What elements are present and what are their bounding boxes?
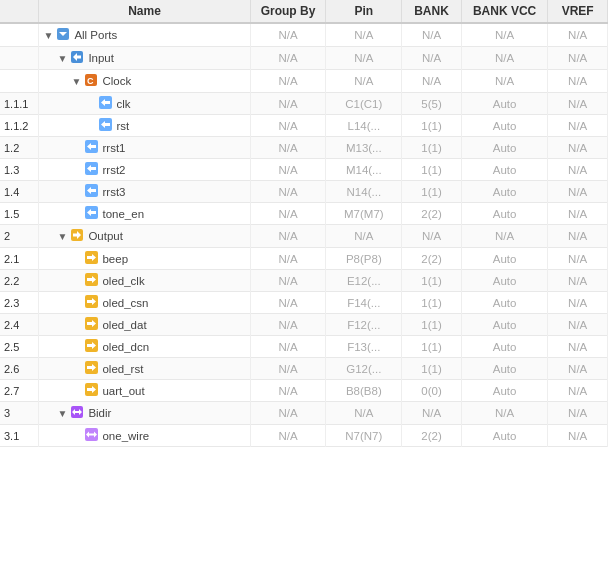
- col-header-name[interactable]: Name: [39, 0, 250, 23]
- row-name[interactable]: rrst2: [39, 159, 250, 181]
- table-row[interactable]: 1.1.1clkN/AC1(C1)5(5)AutoN/A: [0, 93, 608, 115]
- table-row[interactable]: 2.2oled_clkN/AE12(...1(1)AutoN/A: [0, 270, 608, 292]
- col-header-bankvcc[interactable]: BANK VCC: [461, 0, 548, 23]
- row-number: 1.1.1: [0, 93, 39, 115]
- row-name[interactable]: ▼ All Ports: [39, 23, 250, 47]
- port-out-icon: [85, 317, 98, 332]
- expand-collapse-icon[interactable]: ▼: [57, 408, 67, 419]
- row-label: rrst3: [102, 186, 125, 198]
- row-name[interactable]: one_wire: [39, 425, 250, 447]
- table-row[interactable]: ▼ InputN/AN/AN/AN/AN/A: [0, 47, 608, 70]
- row-number: [0, 47, 39, 70]
- row-vref: N/A: [548, 402, 608, 425]
- row-bankvcc: Auto: [461, 137, 548, 159]
- table-row[interactable]: 2▼ OutputN/AN/AN/AN/AN/A: [0, 225, 608, 248]
- row-bankvcc: N/A: [461, 225, 548, 248]
- table-row[interactable]: 2.5oled_dcnN/AF13(...1(1)AutoN/A: [0, 336, 608, 358]
- row-groupby: N/A: [250, 115, 326, 137]
- row-pin: F14(...: [326, 292, 402, 314]
- table-row[interactable]: 2.4oled_datN/AF12(...1(1)AutoN/A: [0, 314, 608, 336]
- table-row[interactable]: 1.4rrst3N/AN14(...1(1)AutoN/A: [0, 181, 608, 203]
- row-name[interactable]: rrst3: [39, 181, 250, 203]
- row-bank: 2(2): [402, 248, 462, 270]
- row-vref: N/A: [548, 203, 608, 225]
- table-row[interactable]: 2.1beepN/AP8(P8)2(2)AutoN/A: [0, 248, 608, 270]
- row-name[interactable]: ▼ Bidir: [39, 402, 250, 425]
- row-groupby: N/A: [250, 47, 326, 70]
- row-bankvcc: Auto: [461, 336, 548, 358]
- table-row[interactable]: 1.5tone_enN/AM7(M7)2(2)AutoN/A: [0, 203, 608, 225]
- row-name[interactable]: beep: [39, 248, 250, 270]
- row-name[interactable]: oled_clk: [39, 270, 250, 292]
- row-bankvcc: Auto: [461, 380, 548, 402]
- expand-collapse-icon[interactable]: ▼: [71, 76, 81, 87]
- row-label: oled_clk: [102, 275, 144, 287]
- allports-icon: [56, 27, 70, 43]
- row-label: rrst2: [102, 164, 125, 176]
- clock-icon: C: [84, 73, 98, 89]
- col-header-pin[interactable]: Pin: [326, 0, 402, 23]
- row-label: oled_csn: [102, 297, 148, 309]
- row-name[interactable]: ▼ Input: [39, 47, 250, 70]
- row-pin: N7(N7): [326, 425, 402, 447]
- table-row[interactable]: ▼ All PortsN/AN/AN/AN/AN/A: [0, 23, 608, 47]
- row-groupby: N/A: [250, 159, 326, 181]
- row-name[interactable]: tone_en: [39, 203, 250, 225]
- row-label: beep: [102, 253, 128, 265]
- table-row[interactable]: 3▼ BidirN/AN/AN/AN/AN/A: [0, 402, 608, 425]
- row-name[interactable]: uart_out: [39, 380, 250, 402]
- table-row[interactable]: 2.7uart_outN/AB8(B8)0(0)AutoN/A: [0, 380, 608, 402]
- row-name[interactable]: rrst1: [39, 137, 250, 159]
- row-name[interactable]: ▼ Output: [39, 225, 250, 248]
- table-row[interactable]: 1.3rrst2N/AM14(...1(1)AutoN/A: [0, 159, 608, 181]
- col-header-vref[interactable]: VREF: [548, 0, 608, 23]
- output-icon: [70, 228, 84, 244]
- row-label: tone_en: [102, 208, 144, 220]
- row-name[interactable]: oled_dcn: [39, 336, 250, 358]
- row-pin: M7(M7): [326, 203, 402, 225]
- port-in-icon: [99, 96, 112, 111]
- table-row[interactable]: 2.6oled_rstN/AG12(...1(1)AutoN/A: [0, 358, 608, 380]
- row-bank: 1(1): [402, 137, 462, 159]
- expand-collapse-icon[interactable]: ▼: [57, 53, 67, 64]
- row-name[interactable]: clk: [39, 93, 250, 115]
- row-name[interactable]: oled_dat: [39, 314, 250, 336]
- row-groupby: N/A: [250, 380, 326, 402]
- row-bank: 1(1): [402, 314, 462, 336]
- col-header-groupby[interactable]: Group By: [250, 0, 326, 23]
- port-in-icon: [85, 184, 98, 199]
- row-vref: N/A: [548, 159, 608, 181]
- table-row[interactable]: 1.1.2rstN/AL14(...1(1)AutoN/A: [0, 115, 608, 137]
- row-bankvcc: N/A: [461, 70, 548, 93]
- row-groupby: N/A: [250, 93, 326, 115]
- row-groupby: N/A: [250, 70, 326, 93]
- expand-collapse-icon[interactable]: ▼: [57, 231, 67, 242]
- table-row[interactable]: 3.1one_wireN/AN7(N7)2(2)AutoN/A: [0, 425, 608, 447]
- table-row[interactable]: ▼ CClockN/AN/AN/AN/AN/A: [0, 70, 608, 93]
- row-number: 1.1.2: [0, 115, 39, 137]
- row-vref: N/A: [548, 358, 608, 380]
- table-row[interactable]: 2.3oled_csnN/AF14(...1(1)AutoN/A: [0, 292, 608, 314]
- row-label: oled_dcn: [102, 341, 149, 353]
- row-groupby: N/A: [250, 292, 326, 314]
- row-label: uart_out: [102, 385, 144, 397]
- row-name[interactable]: rst: [39, 115, 250, 137]
- row-groupby: N/A: [250, 203, 326, 225]
- row-name[interactable]: oled_rst: [39, 358, 250, 380]
- row-pin: N/A: [326, 402, 402, 425]
- port-bidir-icon: [85, 428, 98, 443]
- row-vref: N/A: [548, 23, 608, 47]
- expand-collapse-icon[interactable]: ▼: [43, 30, 53, 41]
- row-groupby: N/A: [250, 23, 326, 47]
- row-name[interactable]: ▼ CClock: [39, 70, 250, 93]
- col-header-bank[interactable]: BANK: [402, 0, 462, 23]
- row-number: 2.7: [0, 380, 39, 402]
- row-pin: P8(P8): [326, 248, 402, 270]
- row-pin: N/A: [326, 225, 402, 248]
- row-vref: N/A: [548, 270, 608, 292]
- table-row[interactable]: 1.2rrst1N/AM13(...1(1)AutoN/A: [0, 137, 608, 159]
- row-bank: 1(1): [402, 270, 462, 292]
- row-name[interactable]: oled_csn: [39, 292, 250, 314]
- row-bankvcc: Auto: [461, 270, 548, 292]
- row-pin: B8(B8): [326, 380, 402, 402]
